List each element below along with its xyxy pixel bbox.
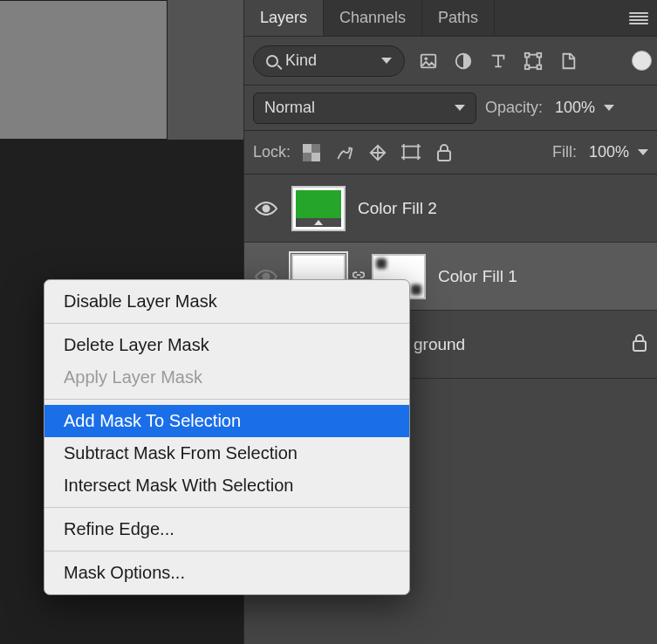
lock-artboard-icon[interactable] (399, 140, 423, 165)
svg-rect-7 (537, 65, 542, 69)
menu-item-mask-options[interactable]: Mask Options... (44, 557, 409, 589)
tab-paths[interactable]: Paths (422, 0, 495, 36)
layer-row[interactable]: Color Fill 2 (244, 175, 657, 243)
svg-rect-10 (311, 153, 320, 161)
menu-item-delete-mask[interactable]: Delete Layer Mask (44, 329, 409, 361)
document-window-fragment (0, 0, 168, 140)
menu-separator (44, 323, 409, 324)
svg-rect-4 (525, 52, 530, 57)
blend-mode-dropdown[interactable]: Normal (253, 92, 476, 124)
filter-toggle-switch[interactable] (632, 51, 652, 71)
menu-item-add-mask-to-selection[interactable]: Add Mask To Selection (44, 405, 409, 437)
blend-mode-label: Normal (264, 99, 315, 117)
fill-label: Fill: (552, 143, 577, 161)
menu-separator (44, 399, 409, 400)
chevron-down-icon[interactable] (638, 149, 648, 155)
layer-name[interactable]: Color Fill 2 (358, 199, 437, 218)
svg-point-1 (424, 57, 428, 60)
search-icon (266, 55, 278, 67)
lock-transparent-icon[interactable] (299, 140, 324, 165)
lock-label: Lock: (253, 143, 291, 161)
menu-separator (44, 551, 409, 552)
svg-rect-12 (303, 153, 311, 161)
fill-value[interactable]: 100% (589, 143, 629, 161)
lock-image-icon[interactable] (332, 140, 357, 165)
svg-rect-9 (303, 144, 311, 153)
svg-rect-11 (311, 144, 320, 153)
opacity-label: Opacity: (485, 99, 543, 117)
menu-item-intersect-mask[interactable]: Intersect Mask With Selection (44, 469, 409, 502)
filter-adjustment-icon[interactable] (452, 50, 475, 72)
chevron-down-icon (381, 58, 392, 64)
panel-tab-bar: Layers Channels Paths (244, 0, 657, 37)
visibility-eye-icon[interactable] (253, 195, 279, 222)
menu-separator (44, 507, 409, 508)
layer-thumbnail[interactable] (291, 186, 346, 231)
lock-icon (631, 333, 648, 356)
svg-rect-5 (537, 52, 542, 57)
blend-row: Normal Opacity: 100% (244, 86, 657, 131)
menu-item-disable-mask[interactable]: Disable Layer Mask (44, 285, 409, 318)
lock-row: Lock: Fill: 100% (244, 131, 657, 175)
context-menu: Disable Layer Mask Delete Layer Mask App… (44, 279, 410, 595)
panel-menu-icon[interactable] (629, 12, 648, 24)
filter-shape-icon[interactable] (522, 50, 544, 72)
filter-type-icon[interactable] (487, 50, 510, 72)
layer-name[interactable]: Color Fill 1 (438, 267, 517, 286)
panel-menu-area (495, 0, 657, 36)
filter-smartobject-icon[interactable] (557, 50, 579, 72)
tab-channels[interactable]: Channels (324, 0, 422, 36)
filter-kind-label: Kind (285, 51, 317, 70)
menu-item-apply-mask: Apply Layer Mask (44, 361, 409, 394)
svg-point-16 (263, 273, 270, 279)
svg-rect-14 (438, 151, 450, 161)
lock-all-icon[interactable] (432, 140, 456, 165)
filter-pixel-icon[interactable] (417, 50, 440, 72)
chevron-down-icon[interactable] (604, 105, 614, 111)
svg-rect-13 (404, 146, 419, 157)
filter-row: Kind (244, 37, 657, 86)
menu-item-subtract-mask[interactable]: Subtract Mask From Selection (44, 437, 409, 469)
filter-kind-dropdown[interactable]: Kind (253, 45, 405, 77)
tab-layers[interactable]: Layers (244, 0, 324, 36)
layer-name[interactable]: ground (414, 335, 465, 354)
chevron-down-icon (455, 105, 465, 111)
svg-rect-17 (633, 341, 646, 351)
opacity-value[interactable]: 100% (555, 99, 595, 117)
svg-point-15 (263, 205, 270, 211)
svg-rect-6 (525, 65, 530, 69)
menu-item-refine-edge[interactable]: Refine Edge... (44, 513, 409, 545)
lock-position-icon[interactable] (366, 140, 390, 165)
